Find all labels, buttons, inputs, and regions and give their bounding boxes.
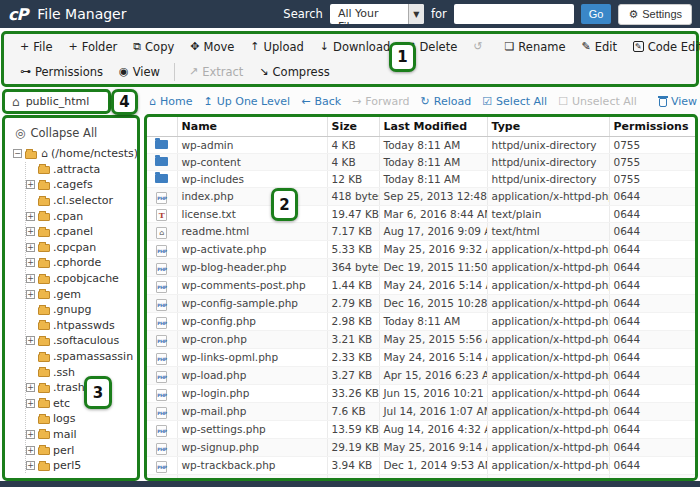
tree-item-cagefs[interactable]: +.cagefs	[26, 177, 137, 193]
expand-node-icon[interactable]: +	[26, 243, 35, 252]
file-size: 7.6 KB	[327, 403, 379, 421]
nav-button-unselect-all[interactable]: ☐Unselect All	[558, 95, 637, 108]
table-row[interactable]: PHPwp-signup.php29.19 KBMay 25, 2016 9:1…	[147, 439, 695, 457]
table-row[interactable]: PHPwp-cron.php3.21 KBMay 25, 2015 5:56 A…	[147, 331, 695, 349]
tree-item-spamassassin[interactable]: .spamassassin	[26, 349, 137, 365]
current-path-box[interactable]: ⌂ public_html	[2, 89, 111, 114]
expand-node-icon[interactable]: +	[26, 212, 35, 221]
toolbar-button-rename[interactable]: ❏Rename	[496, 40, 573, 54]
table-row[interactable]: PHPwp-load.php3.27 KBApr 15, 2016 6:23 A…	[147, 367, 695, 385]
table-row[interactable]: PHPwp-config-sample.php2.79 KBDec 16, 20…	[147, 295, 695, 313]
column-header-size[interactable]: Size	[327, 117, 379, 137]
nav-button-view-trash[interactable]: View Trash	[659, 95, 700, 108]
tree-item-gem[interactable]: +.gem	[26, 286, 137, 302]
table-row[interactable]: PHPindex.php418 bytesSep 25, 2013 12:48 …	[147, 188, 695, 206]
home-icon: ⌂	[12, 95, 20, 109]
file-permissions: 0644	[609, 475, 695, 482]
nav-button-select-all[interactable]: ☑Select All	[482, 95, 547, 108]
tree-item-etc[interactable]: +etc	[26, 396, 137, 412]
toolbar-button-extract[interactable]: ↗Extract	[181, 65, 251, 79]
table-row[interactable]: PHPwp-settings.php13.59 KBAug 14, 2016 4…	[147, 421, 695, 439]
toolbar-button-upload[interactable]: ↑Upload	[242, 40, 312, 54]
nav-button-home[interactable]: ⌂Home	[149, 95, 192, 108]
collapse-node-icon[interactable]: −	[13, 149, 22, 158]
tree-item-perl5[interactable]: +perl5	[26, 458, 137, 474]
tree-item-attracta[interactable]: .attracta	[26, 162, 137, 178]
search-input[interactable]	[454, 4, 574, 24]
collapse-all-button[interactable]: ◎ Collapse All	[5, 118, 137, 146]
table-row[interactable]: Tlicense.txt19.47 KBMar 6, 2016 8:44 AMt…	[147, 206, 695, 223]
file-size: 4.21 KB	[327, 475, 379, 482]
toolbar-button-view[interactable]: ◉View	[111, 65, 168, 79]
table-row[interactable]: wp-content4 KBToday 8:11 AMhttpd/unix-di…	[147, 154, 695, 171]
file-type-icon-cell: PHP	[147, 367, 177, 385]
table-row[interactable]: PHPwp-comments-post.php1.44 KBMay 24, 20…	[147, 277, 695, 295]
expand-node-icon[interactable]: +	[26, 274, 35, 283]
tree-item-trash[interactable]: +.trash	[26, 380, 137, 396]
tree-item-cpan[interactable]: +.cpan	[26, 208, 137, 224]
tree-item-logs[interactable]: logs	[26, 411, 137, 427]
nav-button-label: Unselect All	[572, 95, 637, 108]
table-row[interactable]: ⌂readme.html7.17 KBAug 17, 2016 9:09 AMt…	[147, 223, 695, 241]
column-header-permissions[interactable]: Permissions	[609, 117, 695, 137]
toolbar-button-edit[interactable]: ✎Edit	[574, 40, 626, 54]
search-scope-select[interactable]: All Your Files ▼	[330, 4, 424, 24]
tree-item-softaculous[interactable]: +.softaculous	[26, 333, 137, 349]
expand-node-icon[interactable]: +	[26, 430, 35, 439]
column-header-name[interactable]: Name	[177, 117, 327, 137]
table-row[interactable]: wp-includes12 KBToday 8:11 AMhttpd/unix-…	[147, 171, 695, 188]
expand-node-icon[interactable]: +	[26, 399, 35, 408]
table-row[interactable]: PHPwp-activate.php5.33 KBMay 25, 2016 9:…	[147, 241, 695, 259]
toolbar-button-permissions[interactable]: ⊶Permissions	[12, 65, 111, 79]
tree-item-cl-selector[interactable]: .cl.selector	[26, 193, 137, 209]
nav-button-reload[interactable]: ↻Reload	[421, 95, 472, 108]
table-row[interactable]: PHPwp-login.php33.26 KBJun 15, 2016 10:2…	[147, 385, 695, 403]
tree-item-perl[interactable]: +perl	[26, 442, 137, 458]
toolbar-button-compress[interactable]: ↘Compress	[251, 65, 337, 79]
expand-node-icon[interactable]: +	[26, 180, 35, 189]
folder-icon	[25, 151, 37, 159]
toolbar-button-restore[interactable]: ↺	[465, 40, 490, 53]
expand-node-icon[interactable]: +	[26, 336, 35, 345]
nav-button-forward[interactable]: →Forward	[352, 95, 409, 108]
tree-item-mail[interactable]: +mail	[26, 427, 137, 443]
toolbar-button-code-editor[interactable]: ✎Code Editor	[625, 40, 700, 54]
go-button[interactable]: Go	[581, 4, 612, 24]
table-row[interactable]: wp-admin4 KBToday 8:11 AMhttpd/unix-dire…	[147, 137, 695, 154]
tree-item-label: .ssh	[53, 366, 75, 379]
file-name: wp-settings.php	[177, 421, 327, 439]
expand-node-icon[interactable]: +	[26, 290, 35, 299]
table-row[interactable]: PHPwp-links-opml.php2.33 KBMay 24, 2016 …	[147, 349, 695, 367]
table-row[interactable]: PHPwp-config.php2.98 KBToday 8:11 AMappl…	[147, 313, 695, 331]
column-header-type[interactable]: Type	[487, 117, 609, 137]
column-header-last-modified[interactable]: Last Modified	[379, 117, 487, 137]
expand-node-icon[interactable]: +	[26, 461, 35, 470]
tree-item-cpcpan[interactable]: +.cpcpan	[26, 240, 137, 256]
expand-node-icon[interactable]: +	[26, 446, 35, 455]
settings-button[interactable]: ⚙Settings	[618, 4, 692, 25]
file-permissions: 0755	[609, 137, 695, 154]
expand-node-icon[interactable]: +	[26, 258, 35, 267]
tree-item-gnupg[interactable]: .gnupg	[26, 302, 137, 318]
tree-item-htpasswds[interactable]: .htpasswds	[26, 318, 137, 334]
tree-item-cpobjcache[interactable]: +.cpobjcache	[26, 271, 137, 287]
table-row[interactable]: PHPwp-mail.php7.6 KBJul 14, 2016 1:07 AM…	[147, 403, 695, 421]
toolbar-button-file[interactable]: +File	[12, 40, 60, 54]
expand-node-icon[interactable]: +	[26, 383, 35, 392]
tree-item-ssh[interactable]: .ssh	[26, 364, 137, 380]
toolbar-button-folder[interactable]: +Folder	[60, 40, 125, 54]
nav-button-up-one-level[interactable]: ↥Up One Level	[203, 95, 290, 108]
expand-node-icon[interactable]: +	[26, 227, 35, 236]
nav-button-label: Forward	[365, 95, 409, 108]
table-row[interactable]: PHPwp-trackback.php3.94 KBDec 1, 2014 9:…	[147, 457, 695, 475]
nav-button-back[interactable]: ←Back	[301, 95, 341, 108]
table-row[interactable]: PHPxenforo_requirements.php4.21 KBToday …	[147, 475, 695, 482]
file-modified: May 24, 2016 5:14 AM	[379, 277, 487, 295]
tree-item-cpanel[interactable]: +.cpanel	[26, 224, 137, 240]
toolbar-button-download[interactable]: ↓Download	[312, 40, 398, 54]
tree-item-home-nctests[interactable]: −⌂(/home/nctests)	[13, 146, 137, 162]
toolbar-button-copy[interactable]: ⧉Copy	[125, 40, 182, 54]
table-row[interactable]: PHPwp-blog-header.php364 bytesDec 19, 20…	[147, 259, 695, 277]
toolbar-button-move[interactable]: ✥Move	[182, 40, 242, 54]
tree-item-cphorde[interactable]: +.cphorde	[26, 255, 137, 271]
